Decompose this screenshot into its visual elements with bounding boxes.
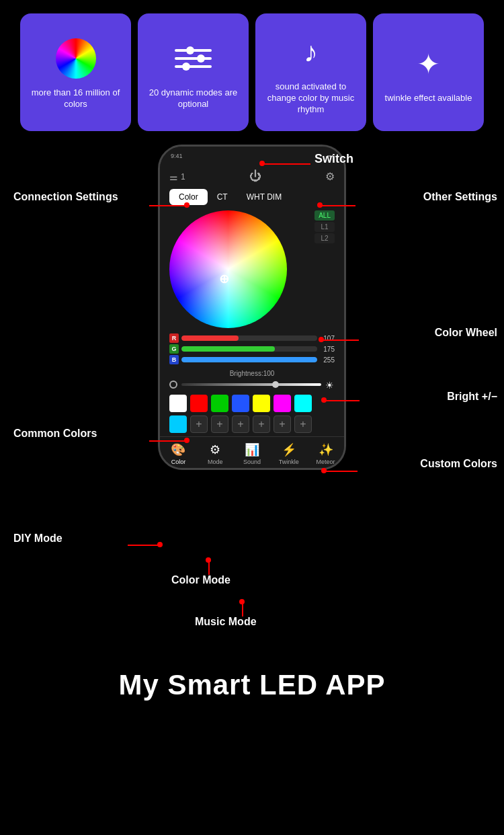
nav-mode-icon: ⚙ — [210, 442, 220, 457]
common-colors-row — [160, 395, 344, 415]
annotation-common-colors: Common Colors — [13, 427, 97, 441]
phone-body: 9:41 ▪▪▪ ⚌ 1 ⏻ ⚙ Color CT WHT DIM — [158, 145, 346, 470]
rgb-row-g: G 175 — [169, 344, 335, 354]
custom-plus-1[interactable]: + — [190, 415, 208, 433]
color-wheel-line — [320, 340, 359, 341]
swatch-green[interactable] — [211, 395, 228, 412]
connection-icon[interactable]: ⚌ — [169, 171, 178, 182]
custom-colors-row: + + + + + + — [160, 415, 344, 436]
custom-plus-2[interactable]: + — [211, 415, 228, 433]
custom-swatch-1[interactable] — [169, 415, 187, 433]
nav-meteor-icon: ✨ — [319, 442, 333, 457]
crosshair-icon: ⊕ — [219, 272, 229, 286]
b-value: 255 — [320, 356, 335, 364]
settings-gear-icon[interactable]: ⚙ — [325, 170, 335, 183]
custom-plus-6[interactable]: + — [294, 415, 312, 433]
color-wheel[interactable]: ⊕ — [169, 210, 287, 328]
swatch-yellow[interactable] — [253, 395, 270, 412]
sliders-icon — [175, 49, 212, 68]
slider-line-3 — [175, 65, 212, 68]
sparkle-icon: ✦ — [417, 48, 440, 81]
brightness-row: ☀ — [160, 380, 344, 395]
common-colors-line — [149, 440, 185, 442]
colors-icon-area — [52, 35, 99, 82]
annotation-color-mode: Color Mode — [171, 573, 230, 588]
feature-card-colors: more than 16 million of colors — [20, 13, 131, 131]
twinkle-card-text: twinkle effect available — [385, 93, 472, 104]
custom-plus-5[interactable]: + — [274, 415, 291, 433]
g-bar-bg — [181, 346, 317, 352]
swatch-cyan[interactable] — [294, 395, 312, 412]
tab-wht-dim[interactable]: WHT DIM — [237, 189, 291, 205]
connection-line — [149, 205, 185, 206]
segment-all[interactable]: ALL — [314, 210, 335, 221]
nav-meteor[interactable]: ✨ Meteor — [307, 442, 344, 465]
nav-color-icon: 🎨 — [171, 442, 185, 457]
swatch-red[interactable] — [190, 395, 208, 412]
swatch-white[interactable] — [169, 395, 187, 412]
brightness-label: Brightness:100 — [160, 370, 344, 377]
segment-l1[interactable]: L1 — [314, 222, 335, 232]
header-number: 1 — [181, 172, 185, 182]
feature-card-modes: 20 dynamic modes are optional — [138, 13, 249, 131]
color-wheel-wrapper: ⊕ — [169, 210, 310, 328]
brightness-track[interactable] — [181, 383, 321, 386]
bright-line — [323, 400, 360, 401]
swatch-magenta[interactable] — [274, 395, 291, 412]
switch-line — [262, 163, 310, 165]
nav-sound[interactable]: 📊 Sound — [234, 442, 271, 465]
color-sphere-icon — [56, 38, 96, 79]
g-value: 175 — [320, 346, 335, 353]
segment-buttons: ALL L1 L2 — [314, 210, 335, 243]
brightness-max-icon: ☀ — [325, 380, 335, 389]
modes-card-text: 20 dynamic modes are optional — [144, 87, 242, 110]
other-settings-line — [319, 205, 355, 206]
segment-l2[interactable]: L2 — [314, 233, 335, 243]
nav-mode[interactable]: ⚙ Mode — [197, 442, 234, 465]
annotation-music-mode: Music Mode — [195, 615, 257, 629]
nav-sound-label: Sound — [243, 459, 261, 465]
switch-dot — [259, 161, 265, 166]
custom-colors-dot — [321, 468, 327, 473]
slider-line-2 — [175, 57, 212, 60]
color-wheel-area: ⊕ ALL L1 L2 — [160, 210, 344, 333]
custom-colors-line — [323, 471, 358, 472]
g-bar-fill — [181, 346, 275, 352]
annotation-switch: Switch — [314, 151, 353, 167]
music-icon: ♪ — [304, 36, 318, 69]
phone-header: ⚌ 1 ⏻ ⚙ — [160, 165, 344, 189]
modes-icon-area — [170, 35, 217, 82]
status-time: 9:41 — [171, 153, 183, 159]
brightness-min-icon — [169, 381, 177, 389]
swatch-blue[interactable] — [232, 395, 249, 412]
feature-card-twinkle: ✦ twinkle effect available — [373, 13, 484, 131]
nav-twinkle[interactable]: ⚡ Twinkle — [270, 442, 307, 465]
colors-card-text: more than 16 million of colors — [27, 87, 124, 110]
annotation-bright: Bright +/− — [447, 390, 497, 404]
switch-icon[interactable]: ⏻ — [249, 169, 261, 184]
feature-cards-section: more than 16 million of colors 20 dynami… — [0, 0, 504, 145]
annotation-other-settings: Other Settings — [423, 190, 497, 204]
header-left: ⚌ 1 — [169, 171, 185, 182]
b-bar-bg — [181, 357, 317, 362]
g-label: G — [169, 344, 179, 354]
custom-plus-4[interactable]: + — [253, 415, 270, 433]
nav-color[interactable]: 🎨 Color — [160, 442, 197, 465]
twinkle-icon-area: ✦ — [405, 40, 452, 87]
nav-meteor-label: Meteor — [317, 459, 335, 465]
r-bar-fill — [181, 335, 239, 341]
custom-plus-3[interactable]: + — [232, 415, 249, 433]
rgb-row-r: R 107 — [169, 333, 335, 343]
brightness-thumb[interactable] — [272, 381, 279, 388]
annotation-diy-mode: DIY Mode — [13, 532, 62, 546]
diy-mode-line — [128, 545, 158, 546]
feature-card-sound: ♪ sound activated to change color by mus… — [255, 13, 366, 131]
rgb-sliders: R 107 G 175 B — [160, 333, 344, 370]
tab-ct[interactable]: CT — [208, 189, 237, 205]
phone-mockup: 9:41 ▪▪▪ ⚌ 1 ⏻ ⚙ Color CT WHT DIM — [158, 145, 346, 470]
r-bar-bg — [181, 335, 317, 341]
r-label: R — [169, 333, 179, 343]
music-mode-dot — [239, 599, 245, 604]
nav-mode-label: Mode — [208, 459, 223, 465]
annotation-custom-colors: Custom Colors — [420, 457, 497, 471]
